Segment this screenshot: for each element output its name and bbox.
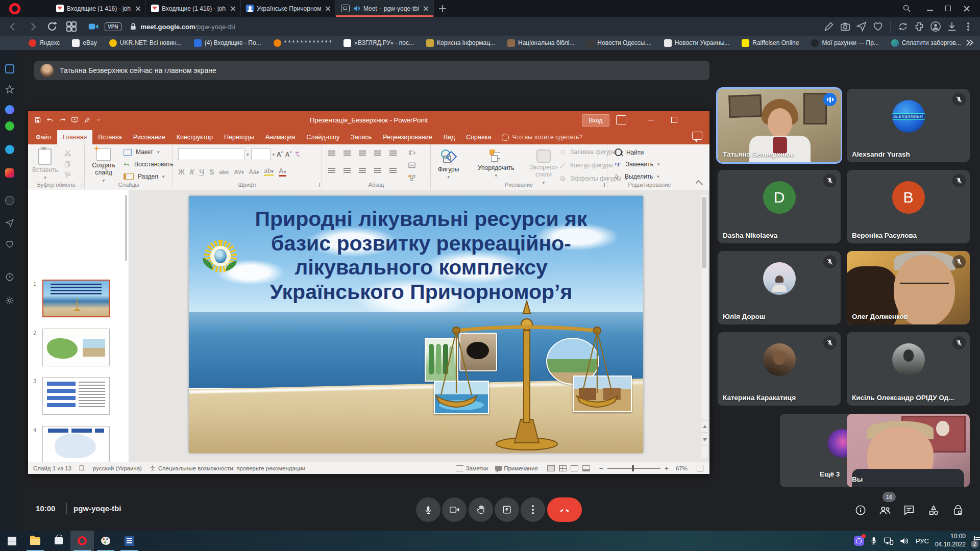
reload-icon[interactable]: [46, 20, 58, 33]
ppt-status-bar: Слайд 1 из 13 русский (Украина) Специаль…: [28, 462, 709, 474]
browser-menu-icon[interactable]: [963, 21, 974, 32]
browser-tab-meet-active[interactable]: Meet – pgw-yoqe-tbi: [336, 0, 434, 17]
bookmark-heart-icon[interactable]: [872, 21, 884, 32]
tab-close-icon[interactable]: [229, 5, 237, 13]
tab-close-icon[interactable]: [422, 5, 430, 13]
shared-screen-powerpoint[interactable]: Презентація_Безверхнюк - PowerPoint Вход…: [28, 111, 709, 473]
my-flow-icon[interactable]: [5, 218, 14, 228]
tray-mic-icon[interactable]: [870, 536, 877, 545]
ribbon-tab-review: Рецензирование: [377, 130, 438, 144]
bookmark-odessa-news[interactable]: Новости Одессы....: [586, 39, 652, 47]
bookmarks-star-icon[interactable]: [5, 85, 14, 94]
taskbar-store[interactable]: [47, 531, 70, 551]
tab-close-icon[interactable]: [134, 5, 142, 13]
paste-clipboard-icon: [38, 148, 52, 165]
new-tab-button[interactable]: [438, 4, 447, 13]
participant-tile-tatyana[interactable]: Татьяна Безверхнюк: [718, 89, 841, 162]
profile-avatar-icon[interactable]: [930, 21, 941, 32]
tab-search-icon[interactable]: [902, 4, 911, 13]
mic-button[interactable]: [416, 497, 440, 522]
bookmark-ukraine-news[interactable]: Новости Украины...: [664, 39, 729, 47]
self-label: Вы: [852, 475, 863, 483]
participant-tile-veronika[interactable]: B Вероніка Расулова: [847, 170, 970, 243]
url-path[interactable]: /pgw-yoqe-tbi: [195, 23, 235, 31]
whatsapp-icon[interactable]: [5, 121, 14, 131]
participant-name: Олег Долженков: [852, 313, 908, 320]
activities-icon[interactable]: [927, 504, 940, 516]
bookmark-korysna[interactable]: Корисна інформац...: [426, 39, 495, 47]
start-button[interactable]: [0, 531, 23, 551]
settings-gear-icon[interactable]: [5, 296, 14, 305]
present-button[interactable]: [495, 497, 519, 522]
tray-network-icon[interactable]: [884, 537, 894, 545]
participant-tile-katerina[interactable]: Катерина Каракатиця: [718, 332, 841, 406]
more-options-button[interactable]: [521, 497, 545, 522]
ink-pen-icon: [84, 116, 91, 123]
find-button: Найти: [615, 148, 644, 156]
tray-clock[interactable]: 10:00 04.10.2022: [935, 533, 966, 548]
instagram-icon[interactable]: [5, 168, 14, 178]
action-center[interactable]: 2: [974, 536, 975, 545]
bookmark-yandex[interactable]: Яндекс: [29, 39, 60, 47]
extensions-puzzle-icon[interactable]: [914, 21, 925, 32]
favorites-heart-icon[interactable]: [5, 240, 14, 249]
tab-close-icon[interactable]: [324, 5, 332, 13]
participant-tile-dasha[interactable]: D Dasha Nikolaeva: [718, 170, 841, 243]
snapshot-camera-icon[interactable]: [840, 21, 851, 32]
people-icon[interactable]: [879, 504, 891, 516]
host-controls-icon[interactable]: [952, 504, 964, 516]
lock-icon[interactable]: [130, 22, 137, 31]
window-close-button[interactable]: [963, 5, 971, 13]
bookmark-vzglyad[interactable]: «ВЗГЛЯД.РУ» - пос...: [344, 39, 414, 47]
window-maximize-button[interactable]: [945, 6, 951, 11]
participant-tile-alexsandr[interactable]: ALEXSANDER Alexsandr Yurash: [847, 89, 970, 162]
url-host[interactable]: meet.google.com: [141, 23, 195, 31]
speed-dial-icon[interactable]: [5, 64, 14, 73]
browser-tab-1[interactable]: Входящие (1 416) - johama: [51, 0, 146, 17]
opera-menu-icon[interactable]: [9, 3, 20, 14]
end-call-button[interactable]: [547, 497, 582, 522]
camera-button[interactable]: [442, 497, 467, 522]
bookmarks-overflow-icon[interactable]: [965, 40, 972, 46]
browser-tab-3[interactable]: Українське Причорномор: [241, 0, 336, 17]
taskbar-file-explorer[interactable]: [23, 531, 47, 551]
bookmark-ukrnet[interactable]: UKR.NET: Всі новин...: [109, 39, 182, 47]
back-icon[interactable]: [7, 20, 19, 33]
messenger-icon[interactable]: [5, 105, 14, 114]
participant-tile-yulia[interactable]: Юлія Дорош: [718, 251, 841, 324]
align-text-icon: [408, 162, 416, 169]
slide-canvas: Природні лікувальні ресурси як базис роз…: [189, 196, 643, 453]
participant-tile-kysil[interactable]: Кисіль Олександр ОРІДУ Од...: [847, 332, 970, 406]
bookmark-ebay[interactable]: eBay: [72, 39, 96, 47]
taskbar-paint[interactable]: [94, 531, 117, 551]
viber-tray-icon[interactable]: [854, 536, 864, 546]
bookmark-raiffeisen[interactable]: Raiffeisen Online: [742, 39, 799, 47]
browser-tab-2[interactable]: Входящие (1 416) - johama: [146, 0, 241, 17]
send-to-flow-icon[interactable]: [856, 21, 867, 32]
self-view-tile[interactable]: Вы: [847, 414, 970, 487]
participant-tile-oleg[interactable]: Олег Долженков: [847, 251, 970, 324]
taskbar-opera[interactable]: [70, 531, 94, 551]
window-minimize-button[interactable]: [927, 5, 933, 11]
taskbar-word[interactable]: [117, 531, 141, 551]
bookmark-pay-debt[interactable]: Сплатити заборгов...: [891, 39, 961, 47]
bookmark-ok[interactable]: * * * * * * * * * * * *: [274, 39, 332, 47]
history-icon[interactable]: [5, 272, 14, 282]
bookmark-accounts[interactable]: Мої рахунки — Пр...: [811, 39, 878, 47]
bookmark-mail[interactable]: (4) Входящие - По...: [194, 39, 261, 47]
raise-hand-button[interactable]: [469, 497, 493, 522]
vpn-badge[interactable]: VPN: [105, 22, 121, 31]
camera-allowed-icon[interactable]: [88, 22, 99, 31]
downloads-icon[interactable]: [946, 21, 958, 32]
tray-volume-icon[interactable]: [900, 537, 910, 545]
speed-dial-grid-icon[interactable]: [65, 20, 78, 33]
telegram-icon[interactable]: [5, 145, 14, 154]
edit-pencil-icon[interactable]: [823, 21, 835, 32]
player-icon[interactable]: [5, 196, 14, 205]
info-icon[interactable]: [854, 504, 867, 516]
sync-icon[interactable]: [897, 21, 909, 32]
forward-icon[interactable]: [27, 20, 39, 33]
bookmark-library[interactable]: Національна біблі...: [507, 39, 574, 47]
chat-icon[interactable]: [903, 504, 915, 516]
keyboard-language[interactable]: РУС: [916, 537, 929, 545]
